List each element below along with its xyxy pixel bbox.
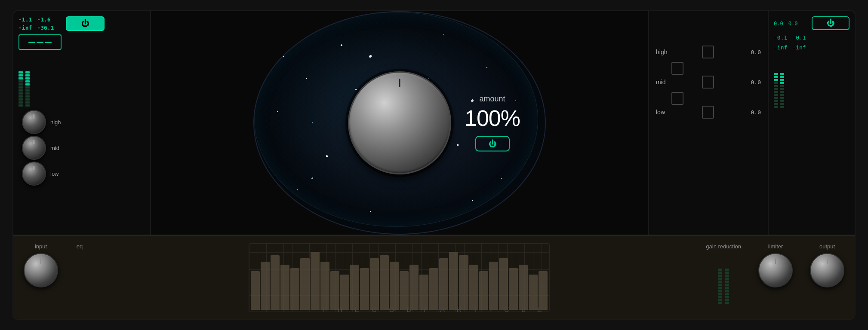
vu-seg-dark (780, 94, 784, 96)
top-section: -1.1 -1.6 -inf -36.1 (13, 11, 855, 235)
eq-bar-group (249, 244, 549, 312)
vu-seg-dark (718, 269, 722, 271)
bottom-section: input eq (13, 235, 855, 319)
vu-seg (774, 76, 778, 78)
eq-row-high: high 0.0 (656, 46, 761, 58)
meter-bot-l: -inf (774, 44, 787, 51)
vu-seg-dark (725, 299, 729, 301)
bottom-eq-section (99, 243, 699, 312)
eq-bar (340, 275, 349, 310)
eq-bar (509, 268, 518, 310)
vu-seg-dark (774, 106, 778, 108)
vu-seg-dark (25, 95, 30, 98)
vu-seg-dark (774, 94, 778, 96)
vu-seg-dark (718, 272, 722, 274)
out-val-1: 0.0 (774, 21, 783, 27)
output-top: 0.0 0.0 ⏻ (774, 16, 850, 30)
eq-low-label: low (656, 109, 669, 116)
vu-seg-dark (18, 83, 23, 86)
right-output-panel: 0.0 0.0 ⏻ -0.1 -0.1 -inf -inf (769, 11, 855, 235)
eq-bar (400, 271, 409, 310)
vu-col-right (25, 55, 30, 107)
vu-seg-dark (25, 98, 30, 101)
vu-seg-dark (718, 287, 722, 289)
wf-line-3 (45, 42, 52, 43)
eq-bar (251, 271, 260, 310)
vu-seg-dark (718, 296, 722, 298)
wf-line-2 (37, 42, 43, 43)
vu-seg-dark (718, 293, 722, 295)
vu-col-left (18, 55, 23, 107)
vu-seg-dark (18, 80, 23, 82)
vu-seg-dark (725, 287, 729, 289)
eq-mid-bracket-top[interactable] (671, 62, 683, 75)
eq-bar (519, 265, 528, 310)
eq-high-value: 0.0 (747, 49, 761, 55)
main-amount-knob[interactable] (348, 71, 451, 174)
eq-grid (249, 243, 550, 312)
meter-top-r: -0.1 (792, 34, 806, 41)
vu-seg-dark (725, 290, 729, 292)
left-power-button[interactable]: ⏻ (66, 16, 105, 31)
eq-low-bracket-top[interactable] (671, 92, 683, 105)
meter-top-l: -0.1 (774, 34, 787, 41)
waveform-lines (28, 42, 52, 43)
input-knob[interactable] (24, 253, 58, 287)
low-knob-label: low (50, 171, 59, 177)
eq-bar (469, 265, 478, 310)
vu-seg (25, 74, 30, 76)
vu-seg-dark (718, 275, 722, 277)
eq-mid-bracket[interactable] (702, 76, 714, 89)
eq-bar (350, 265, 359, 310)
center-panel: amount 100% ⏻ (151, 11, 648, 235)
eq-bar (280, 265, 289, 310)
vu-seg-dark (18, 89, 23, 92)
right-eq-panel: high 0.0 mid 0.0 low 0.0 (648, 11, 769, 235)
eq-high-label: high (656, 49, 669, 55)
out-val-2: 0.0 (788, 21, 798, 27)
vu-seg (774, 73, 778, 75)
eq-low-value: 0.0 (747, 109, 761, 116)
high-knob[interactable] (22, 110, 46, 134)
eq-knob-group: eq (67, 243, 92, 287)
eq-bar (300, 258, 309, 310)
orb-container: amount 100% ⏻ (253, 11, 546, 235)
vu-seg-dark (780, 106, 784, 108)
vu-seg-dark (725, 278, 729, 280)
limiter-knob[interactable] (758, 253, 793, 287)
amount-value: 100% (465, 105, 520, 131)
brand-label: T H E G O D P A R T I C L E (321, 306, 547, 314)
vu-seg (780, 73, 784, 75)
eq-bar (360, 268, 369, 310)
vu-seg (780, 76, 784, 78)
output-label: output (819, 243, 835, 250)
eq-bar (479, 271, 488, 310)
vu-seg (25, 77, 30, 79)
vu-seg (25, 71, 30, 73)
vu-seg (780, 82, 784, 84)
eq-low-bracket[interactable] (702, 106, 714, 119)
vu-seg-dark (25, 92, 30, 95)
eq-bar (499, 258, 508, 310)
wf-line-1 (28, 42, 35, 43)
eq-mid-value: 0.0 (747, 79, 761, 86)
left-panel: -1.1 -1.6 -inf -36.1 (13, 11, 151, 235)
eq-bar (459, 255, 468, 310)
eq-bar (539, 271, 548, 310)
input-knob-group: input (24, 243, 58, 287)
right-power-button[interactable]: ⏻ (812, 16, 850, 30)
vu-seg-dark (725, 281, 729, 283)
mid-knob[interactable] (22, 136, 46, 160)
eq-bar (380, 255, 389, 310)
eq-high-bracket[interactable] (702, 46, 714, 58)
vu-seg-dark (718, 281, 722, 283)
eq-bar (429, 268, 438, 310)
output-knob[interactable] (810, 253, 844, 287)
vu-seg-dark (718, 302, 722, 304)
low-knob[interactable] (22, 162, 46, 186)
low-knob-row: low (22, 162, 145, 186)
input-label: input (35, 243, 47, 250)
vu-seg (18, 77, 23, 79)
vu-seg-dark (780, 91, 784, 93)
center-power-button[interactable]: ⏻ (475, 136, 510, 152)
